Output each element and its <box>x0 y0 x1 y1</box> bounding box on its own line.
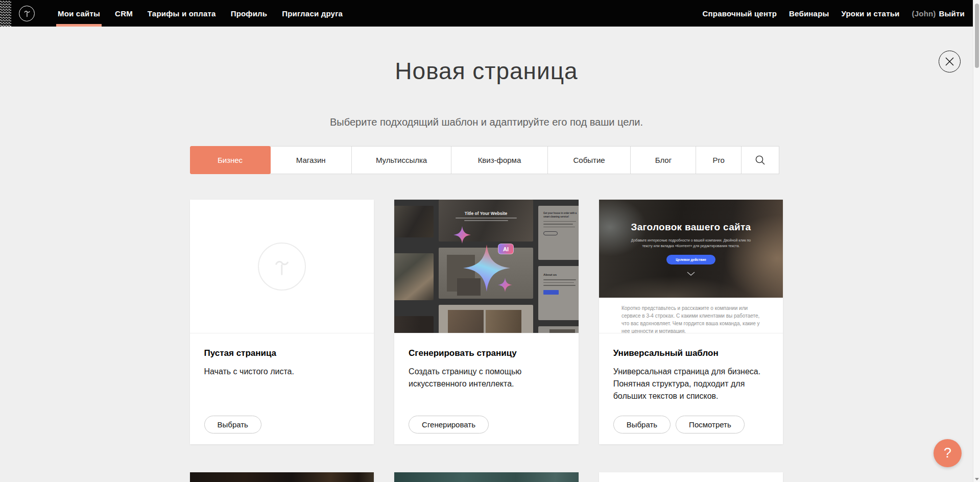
nav-item-pricing[interactable]: Тарифы и оплата <box>148 0 216 27</box>
generate-button[interactable]: Сгенерировать <box>409 416 489 433</box>
nav-item-lessons[interactable]: Уроки и статьи <box>842 0 900 27</box>
template-body-section: Коротко представьтесь и расскажите о ком… <box>599 298 783 333</box>
nav-account: (John) Выйти <box>912 0 965 27</box>
tab-multilink[interactable]: Мультиссылка <box>351 146 451 174</box>
collage-tile <box>538 326 579 333</box>
nav-item-webinars[interactable]: Вебинары <box>789 0 829 27</box>
ai-badge: AI <box>498 244 514 254</box>
collage-tile <box>439 305 533 333</box>
template-cards-row-partial <box>190 472 783 482</box>
card-description: Универсальная страница для бизнеса. Поня… <box>613 366 769 402</box>
collage-tile-hero: Title of Your Website <box>439 200 533 242</box>
template-body-text: Коротко представьтесь и расскажите о ком… <box>622 304 760 333</box>
top-navbar: Мои сайты CRM Тарифы и оплата Профиль Пр… <box>0 0 973 27</box>
nav-right-menu: Справочный центр Вебинары Уроки и статьи… <box>703 0 973 27</box>
collage-right-heading: Get your house in order with a smart cle… <box>543 212 579 219</box>
scrollbar-down-arrow-icon[interactable] <box>975 478 979 480</box>
template-card-partial[interactable] <box>190 472 374 482</box>
template-hero-section: Заголовок вашего сайта Добавьте интересн… <box>599 200 783 298</box>
template-category-tabs: Бизнес Магазин Мультиссылка Квиз-форма С… <box>190 146 783 174</box>
ai-sparkle-small-icon <box>453 226 471 244</box>
ai-generate-preview[interactable]: Title of Your Website Get your house in … <box>394 200 579 333</box>
card-title: Сгенерировать страницу <box>409 348 564 358</box>
tab-pro[interactable]: Pro <box>696 146 741 174</box>
new-page-dialog: Новая страница Выберите подходящий шабло… <box>0 27 973 482</box>
universal-template-preview[interactable]: Заголовок вашего сайта Добавьте интересн… <box>599 200 783 333</box>
tilda-logo-icon[interactable] <box>19 6 35 21</box>
template-card-partial[interactable] <box>394 472 579 482</box>
ai-sparkle-small-icon <box>498 278 512 292</box>
choose-button[interactable]: Выбрать <box>613 416 671 433</box>
card-blank-page: Пустая страница Начать с чистого листа. … <box>190 200 374 444</box>
tab-business[interactable]: Бизнес <box>190 146 271 174</box>
tab-quiz-form[interactable]: Квиз-форма <box>451 146 547 174</box>
template-cards-row: Пустая страница Начать с чистого листа. … <box>190 200 783 444</box>
tilda-placeholder-logo-icon <box>258 243 306 291</box>
page-title: Новая страница <box>190 59 783 83</box>
logout-link[interactable]: Выйти <box>939 9 965 18</box>
choose-button[interactable]: Выбрать <box>204 416 261 433</box>
close-button[interactable] <box>939 51 961 73</box>
collage-about-heading: About us <box>543 273 579 276</box>
card-description: Начать с чистого листа. <box>204 366 360 378</box>
template-cta-button: Целевое действие <box>666 255 715 264</box>
view-button[interactable]: Посмотреть <box>676 416 745 433</box>
card-generate-ai: Title of Your Website Get your house in … <box>394 200 579 444</box>
template-hero-subtitle: Добавьте интересные подробности о вашей … <box>628 237 753 249</box>
help-button[interactable]: ? <box>934 439 962 467</box>
question-icon: ? <box>944 445 951 461</box>
page-subtitle: Выберите подходящий шаблон и адаптируйте… <box>190 116 783 128</box>
close-icon <box>945 57 954 66</box>
collage-tile <box>394 206 434 237</box>
collage-tile-text: Get your house in order with a smart cle… <box>538 206 579 260</box>
nav-item-profile[interactable]: Профиль <box>231 0 268 27</box>
card-description: Создать страницу с помощью искусственног… <box>409 366 564 390</box>
blank-page-preview[interactable] <box>190 200 374 333</box>
template-hero-title: Заголовок вашего сайта <box>631 222 751 233</box>
tab-event[interactable]: Событие <box>547 146 631 174</box>
collage-tile <box>394 253 434 300</box>
card-universal-template: Заголовок вашего сайта Добавьте интересн… <box>599 200 783 444</box>
chevron-down-icon <box>687 272 695 276</box>
template-card-partial[interactable] <box>599 472 783 482</box>
tab-search[interactable] <box>741 146 780 174</box>
card-title: Универсальный шаблон <box>613 348 769 358</box>
search-icon <box>755 155 766 165</box>
nav-item-crm[interactable]: CRM <box>115 0 133 27</box>
tab-blog[interactable]: Блог <box>630 146 696 174</box>
page-scrollbar[interactable] <box>973 0 980 482</box>
account-name: (John) <box>912 9 936 18</box>
card-title: Пустая страница <box>204 348 360 358</box>
scrollbar-thumb[interactable] <box>975 4 979 68</box>
collage-hero-title: Title of Your Website <box>439 211 533 216</box>
nav-left-menu: Мои сайты CRM Тарифы и оплата Профиль Пр… <box>58 0 343 27</box>
collage-tile-about: About us <box>538 266 579 320</box>
zigzag-pattern-decor <box>0 0 11 27</box>
nav-item-help-center[interactable]: Справочный центр <box>703 0 777 27</box>
nav-item-my-sites[interactable]: Мои сайты <box>58 0 100 27</box>
nav-item-invite-friend[interactable]: Пригласи друга <box>282 0 343 27</box>
tab-store[interactable]: Магазин <box>270 146 352 174</box>
collage-tile <box>394 316 434 333</box>
